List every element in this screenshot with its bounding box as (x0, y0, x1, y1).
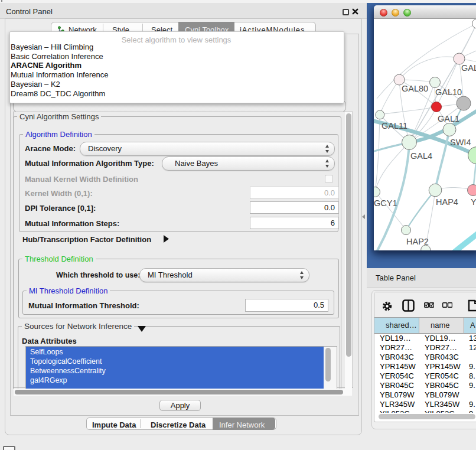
svg-text:GAL10: GAL10 (435, 87, 462, 97)
svg-text:GAL1: GAL1 (438, 114, 459, 123)
svg-text:GAL11: GAL11 (382, 121, 407, 131)
svg-text:GCY1: GCY1 (374, 198, 397, 208)
svg-text:GAL4: GAL4 (410, 151, 432, 161)
svg-text:GAL80: GAL80 (402, 84, 428, 93)
svg-text:HAP4: HAP4 (436, 197, 458, 207)
svg-text:SWI4: SWI4 (450, 138, 471, 147)
svg-text:GAL2: GAL2 (461, 63, 476, 73)
svg-text:YJ: YJ (471, 197, 476, 207)
svg-text:HAP2: HAP2 (406, 237, 429, 246)
